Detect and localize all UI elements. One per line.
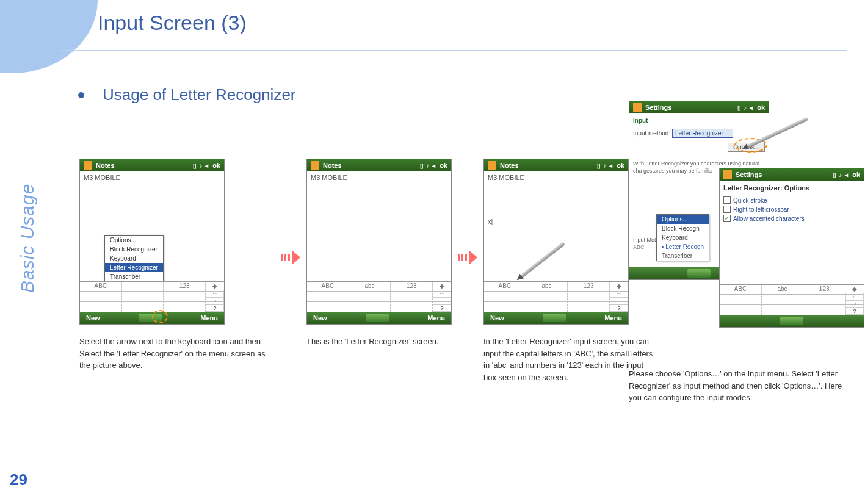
keyboard-icon[interactable]: [780, 317, 803, 325]
app-title: Notes: [96, 162, 115, 169]
checkbox-row[interactable]: Quick stroke: [723, 196, 860, 204]
ime-write-zone[interactable]: [484, 290, 526, 312]
menu-item-selected[interactable]: Letter Recognizer: [105, 263, 163, 272]
menu-item[interactable]: Keyboard: [657, 233, 709, 242]
menu-item[interactable]: Block Recogn: [657, 224, 709, 233]
device-screenshot-1: Notes ▯ ♪ ◂ ok M3 MOBILE Options... Bloc…: [79, 159, 225, 325]
ime-panel: ABC 123 ◆ ←→?: [80, 281, 224, 312]
start-icon: [488, 161, 496, 170]
input-method-menu[interactable]: Options... Block Recognizer Keyboard Let…: [104, 235, 164, 281]
body-text: M3 MOBILE: [84, 174, 220, 181]
device-titlebar: Notes ▯ ♪ ◂ ok: [80, 159, 224, 171]
start-icon: [311, 161, 319, 170]
checkbox-icon[interactable]: ✓: [723, 215, 731, 222]
ok-button[interactable]: ok: [440, 162, 447, 169]
ime-write-zone[interactable]: [391, 290, 433, 312]
stylus-icon: [519, 242, 565, 278]
keyboard-icon[interactable]: [366, 314, 389, 322]
ime-controls[interactable]: ←→?: [610, 290, 628, 312]
status-icons: ▯ ♪ ◂: [193, 162, 209, 169]
ime-write-zone[interactable]: [349, 290, 391, 312]
app-title: Notes: [323, 162, 342, 169]
menu-item[interactable]: Keyboard: [105, 254, 163, 263]
ok-button[interactable]: ok: [212, 162, 220, 169]
notes-body: M3 MOBILE x|: [484, 171, 628, 281]
menu-item-selected[interactable]: Options...: [657, 215, 709, 224]
ime-write-zone[interactable]: [568, 290, 610, 312]
menu-item[interactable]: Block Recognizer: [105, 245, 163, 254]
checkbox-row[interactable]: Right to left crossbar: [723, 206, 860, 213]
status-icons: ▯ ♪ ◂: [420, 162, 436, 169]
menu-item[interactable]: Transcriber: [105, 272, 163, 281]
ime-controls[interactable]: ←→?: [433, 290, 451, 312]
softkey-menu[interactable]: Menu: [604, 314, 622, 322]
app-title: Settings: [645, 104, 671, 111]
ime-write-zone[interactable]: [803, 293, 845, 315]
checkbox-label: Quick stroke: [733, 197, 767, 204]
ime-write-zone[interactable]: [307, 290, 349, 312]
ime-controls[interactable]: ←→?: [845, 293, 864, 315]
ime-write-zone[interactable]: [122, 290, 164, 312]
softkey-new[interactable]: New: [86, 314, 100, 322]
ime-ctrl-label: ◆: [845, 285, 864, 293]
input-method-label: Input method:: [633, 130, 670, 137]
softkey-new[interactable]: New: [490, 314, 504, 322]
ok-button[interactable]: ok: [757, 104, 765, 111]
ime-zone-label: abc: [349, 282, 391, 290]
step-2: Notes ▯ ♪ ◂ ok M3 MOBILE ABC abc 123 ◆: [306, 159, 452, 348]
input-method-menu[interactable]: Options... Block Recogn Keyboard • Lette…: [656, 214, 709, 261]
ime-panel: ABC abc 123 ◆ ←→?: [484, 281, 628, 312]
start-icon: [633, 103, 642, 112]
ime-ctrl-label: ◆: [433, 282, 451, 290]
menu-item[interactable]: • Letter Recogn: [657, 242, 709, 251]
page-number: 29: [10, 470, 27, 489]
step-caption: Select the arrow next to the keyboard ic…: [79, 336, 275, 372]
ime-write-zone[interactable]: [164, 290, 206, 312]
ime-ctrl-label: ◆: [610, 282, 628, 290]
ime-panel: ABC abc 123 ◆ ←→?: [720, 284, 864, 315]
ime-write-zone[interactable]: [80, 290, 122, 312]
ime-panel: ABC abc 123 ◆ ←→?: [307, 281, 451, 312]
highlight-circle: [152, 310, 168, 323]
step-1: Notes ▯ ♪ ◂ ok M3 MOBILE Options... Bloc…: [79, 159, 275, 372]
checkbox-icon[interactable]: [723, 196, 731, 204]
ime-zone-label: ABC: [484, 282, 526, 290]
step-caption: This is the 'Letter Recognizer' screen.: [306, 336, 439, 348]
ime-write-zone[interactable]: [762, 293, 804, 315]
app-title: Settings: [736, 171, 762, 178]
checkbox-row[interactable]: ✓ Allow accented characters: [723, 215, 860, 222]
menu-item[interactable]: Transcriber: [657, 251, 709, 261]
device-screenshot-2: Notes ▯ ♪ ◂ ok M3 MOBILE ABC abc 123 ◆: [306, 159, 452, 325]
section-bullet: Usage of Letter Recognizer: [78, 85, 296, 104]
tab-input[interactable]: Input: [633, 117, 765, 124]
ime-write-zone[interactable]: [526, 290, 568, 312]
flow-arrow-icon: [458, 250, 477, 265]
ok-button[interactable]: ok: [852, 171, 860, 178]
softkey-new[interactable]: New: [313, 314, 327, 322]
input-method-dropdown[interactable]: Letter Recognizer: [672, 129, 733, 138]
keyboard-icon[interactable]: [543, 314, 566, 322]
device-softkey-bar: New Menu: [80, 312, 224, 324]
ime-ctrl-label: ◆: [206, 282, 224, 290]
ime-write-zone[interactable]: [720, 293, 762, 315]
menu-item[interactable]: Options...: [105, 236, 163, 245]
ime-zone-label: abc: [762, 285, 804, 293]
ime-zone-label: 123: [391, 282, 433, 290]
checkbox-icon[interactable]: [723, 206, 731, 213]
options-heading: Letter Recognizer: Options: [723, 184, 860, 192]
body-text: M3 MOBILE: [311, 174, 447, 181]
checkbox-label: Right to left crossbar: [733, 206, 789, 213]
ime-zone-label: [122, 282, 164, 290]
notes-body: M3 MOBILE Options... Block Recognizer Ke…: [80, 171, 224, 281]
status-icons: ▯ ♪ ◂: [597, 162, 613, 169]
side-category-label: Basic Usage: [17, 184, 38, 293]
softkey-menu[interactable]: Menu: [427, 314, 445, 322]
softkey-menu[interactable]: Menu: [200, 314, 218, 322]
ime-controls[interactable]: ←→?: [206, 290, 224, 312]
page-title: Input Screen (3): [98, 11, 247, 35]
keyboard-icon[interactable]: [687, 269, 711, 278]
ime-zone-label: ABC: [720, 285, 762, 293]
checkbox-label: Allow accented characters: [733, 215, 805, 222]
keyboard-icon[interactable]: [139, 314, 162, 322]
ok-button[interactable]: ok: [617, 162, 624, 169]
